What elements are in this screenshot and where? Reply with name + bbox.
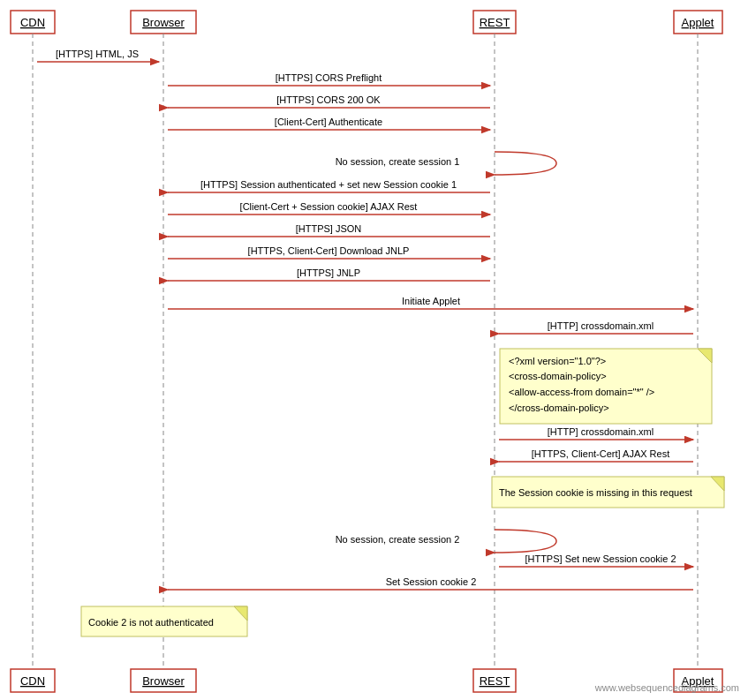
- msg-3-label: [HTTPS] CORS 200 OK: [276, 94, 381, 105]
- msg-6-label: [HTTPS] Session authenticated + set new …: [200, 179, 457, 190]
- msg-9-label: [HTTPS, Client-Cert] Download JNLP: [248, 245, 410, 256]
- msg-13-label: [HTTP] crossdomain.xml: [548, 426, 654, 437]
- actor-cdn-top-label: CDN: [20, 16, 45, 29]
- diagram-container: CDN Browser REST Applet [HTTPS] HTML, JS…: [0, 0, 748, 700]
- msg-10-label: [HTTPS] JNLP: [297, 267, 360, 278]
- actor-browser-bottom-label: Browser: [142, 674, 185, 688]
- actor-browser-top-label: Browser: [142, 16, 185, 29]
- crossdomain-note-line2: <cross-domain-policy>: [509, 371, 607, 381]
- actor-rest-bottom-label: REST: [480, 674, 510, 688]
- actor-rest-top-label: REST: [480, 16, 510, 29]
- crossdomain-note-line4: </cross-domain-policy>: [509, 403, 609, 413]
- msg-8-label: [HTTPS] JSON: [296, 223, 362, 234]
- cookie-auth-note-text: Cookie 2 is not authenticated: [88, 617, 214, 628]
- msg-4-label: [Client-Cert] Authenticate: [275, 117, 382, 127]
- msg-17-label: Set Session cookie 2: [386, 576, 477, 587]
- watermark: www.websequencediagrams.com: [595, 682, 739, 693]
- msg-11-label: Initiate Applet: [402, 296, 460, 306]
- msg-7-label: [Client-Cert + Session cookie] AJAX Rest: [240, 201, 418, 212]
- actor-applet-top-label: Applet: [682, 16, 714, 29]
- msg-16-label: [HTTPS] Set new Session cookie 2: [525, 553, 676, 564]
- msg-15-label: No session, create session 2: [336, 534, 460, 545]
- crossdomain-note-line1: <?xml version="1.0"?>: [509, 356, 606, 366]
- crossdomain-note-line3: <allow-access-from domain="*" />: [509, 387, 654, 397]
- msg-12-label: [HTTP] crossdomain.xml: [548, 320, 654, 331]
- msg-1-label: [HTTPS] HTML, JS: [56, 49, 139, 59]
- session-cookie-note-text: The Session cookie is missing in this re…: [499, 487, 692, 498]
- msg-15-loop: [495, 530, 556, 553]
- msg-14-label: [HTTPS, Client-Cert] AJAX Rest: [532, 448, 669, 459]
- msg-5-label: No session, create session 1: [336, 156, 460, 167]
- msg-2-label: [HTTPS] CORS Preflight: [276, 72, 382, 83]
- msg-5-loop: [495, 152, 556, 175]
- actor-cdn-bottom-label: CDN: [20, 674, 45, 688]
- sequence-diagram: CDN Browser REST Applet [HTTPS] HTML, JS…: [0, 0, 748, 700]
